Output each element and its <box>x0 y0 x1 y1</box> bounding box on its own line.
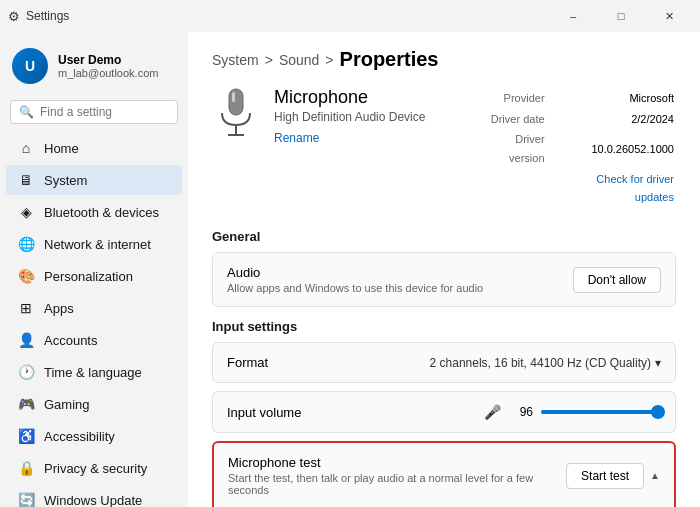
sidebar-item-accounts[interactable]: 👤 Accounts <box>6 325 182 355</box>
accessibility-icon: ♿ <box>18 428 34 444</box>
volume-slider[interactable] <box>541 410 661 414</box>
volume-row: Input volume 🎤 96 <box>212 391 676 433</box>
mic-test-desc: Start the test, then talk or play audio … <box>228 472 566 496</box>
sidebar-item-apps[interactable]: ⊞ Apps <box>6 293 182 323</box>
sidebar-item-label: Accessibility <box>44 429 115 444</box>
device-name: Microphone <box>274 87 475 108</box>
home-icon: ⌂ <box>18 140 34 156</box>
sidebar-item-privacy[interactable]: 🔒 Privacy & security <box>6 453 182 483</box>
sidebar-item-label: Home <box>44 141 79 156</box>
sidebar-item-time[interactable]: 🕐 Time & language <box>6 357 182 387</box>
minimize-button[interactable]: – <box>550 0 596 32</box>
driver-table: Provider Microsoft Driver date 2/2/2024 … <box>475 87 676 209</box>
avatar: U <box>12 48 48 84</box>
breadcrumb-system: System <box>212 52 259 68</box>
bluetooth-icon: ◈ <box>18 204 34 220</box>
network-icon: 🌐 <box>18 236 34 252</box>
chevron-up-icon[interactable]: ▲ <box>650 470 660 481</box>
sidebar-item-bluetooth[interactable]: ◈ Bluetooth & devices <box>6 197 182 227</box>
sidebar-item-windows-update[interactable]: 🔄 Windows Update <box>6 485 182 507</box>
mic-test-label: Microphone test <box>228 455 566 470</box>
driver-version-value: 10.0.26052.1000 <box>555 130 674 167</box>
system-icon: 🖥 <box>18 172 34 188</box>
sidebar-item-personalization[interactable]: 🎨 Personalization <box>6 261 182 291</box>
device-icon <box>212 87 260 147</box>
settings-icon: ⚙ <box>8 9 20 24</box>
breadcrumb-sep2: > <box>325 52 333 68</box>
user-name: User Demo <box>58 53 158 67</box>
format-select[interactable]: 2 channels, 16 bit, 44100 Hz (CD Quality… <box>430 356 661 370</box>
svg-rect-3 <box>232 92 235 102</box>
sidebar-item-system[interactable]: 🖥 System <box>6 165 182 195</box>
volume-label: Input volume <box>227 405 484 420</box>
main-content: System > Sound > Properties Microphone H… <box>188 32 700 507</box>
breadcrumb-sound: Sound <box>279 52 319 68</box>
search-box[interactable]: 🔍 <box>10 100 178 124</box>
sidebar-item-label: Windows Update <box>44 493 142 508</box>
user-email: m_lab@outlook.com <box>58 67 158 79</box>
sidebar-item-gaming[interactable]: 🎮 Gaming <box>6 389 182 419</box>
format-label: Format <box>227 355 430 370</box>
breadcrumb-properties: Properties <box>340 48 439 71</box>
sidebar-item-label: Apps <box>44 301 74 316</box>
update-icon: 🔄 <box>18 492 34 507</box>
driver-version-label: Driver version <box>477 130 553 167</box>
sidebar-item-label: Network & internet <box>44 237 151 252</box>
svg-rect-0 <box>229 89 243 115</box>
audio-desc: Allow apps and Windows to use this devic… <box>227 282 563 294</box>
gaming-icon: 🎮 <box>18 396 34 412</box>
sidebar-item-label: Time & language <box>44 365 142 380</box>
sidebar-item-accessibility[interactable]: ♿ Accessibility <box>6 421 182 451</box>
input-section-title: Input settings <box>212 319 676 334</box>
sidebar-item-label: Gaming <box>44 397 90 412</box>
search-input[interactable] <box>40 105 169 119</box>
close-button[interactable]: ✕ <box>646 0 692 32</box>
sidebar-item-network[interactable]: 🌐 Network & internet <box>6 229 182 259</box>
breadcrumb: System > Sound > Properties <box>212 48 676 71</box>
volume-fill <box>541 410 656 414</box>
personalization-icon: 🎨 <box>18 268 34 284</box>
privacy-icon: 🔒 <box>18 460 34 476</box>
time-icon: 🕐 <box>18 364 34 380</box>
maximize-button[interactable]: □ <box>598 0 644 32</box>
volume-number: 96 <box>509 405 533 419</box>
check-driver-link[interactable]: Check for driver updates <box>596 173 674 204</box>
microphone-test-card: Microphone test Start the test, then tal… <box>212 441 676 507</box>
device-info: Microphone High Definition Audio Device … <box>274 87 475 146</box>
audio-card: Audio Allow apps and Windows to use this… <box>212 252 676 307</box>
chevron-down-icon: ▾ <box>655 356 661 370</box>
driver-date-label: Driver date <box>477 110 553 129</box>
format-value: 2 channels, 16 bit, 44100 Hz (CD Quality… <box>430 356 651 370</box>
general-section-title: General <box>212 229 676 244</box>
device-header: Microphone High Definition Audio Device … <box>212 87 676 209</box>
accounts-icon: 👤 <box>18 332 34 348</box>
mic-icon: 🎤 <box>484 404 501 420</box>
sidebar-item-label: System <box>44 173 87 188</box>
start-test-button[interactable]: Start test <box>566 463 644 489</box>
sidebar-item-label: Bluetooth & devices <box>44 205 159 220</box>
volume-thumb <box>651 405 665 419</box>
sidebar-item-label: Personalization <box>44 269 133 284</box>
user-profile: U User Demo m_lab@outlook.com <box>0 40 188 96</box>
audio-label: Audio <box>227 265 563 280</box>
provider-label: Provider <box>477 89 553 108</box>
dont-allow-button[interactable]: Don't allow <box>573 267 661 293</box>
breadcrumb-sep1: > <box>265 52 273 68</box>
sidebar-item-label: Accounts <box>44 333 97 348</box>
driver-date-value: 2/2/2024 <box>555 110 674 129</box>
device-type: High Definition Audio Device <box>274 110 475 124</box>
sidebar: U User Demo m_lab@outlook.com 🔍 ⌂ Home 🖥… <box>0 32 188 507</box>
microphone-svg <box>216 87 256 147</box>
sidebar-item-label: Privacy & security <box>44 461 147 476</box>
search-icon: 🔍 <box>19 105 34 119</box>
sidebar-item-home[interactable]: ⌂ Home <box>6 133 182 163</box>
apps-icon: ⊞ <box>18 300 34 316</box>
mic-test-row: Microphone test Start the test, then tal… <box>214 443 674 507</box>
format-row: Format 2 channels, 16 bit, 44100 Hz (CD … <box>212 342 676 383</box>
rename-link[interactable]: Rename <box>274 131 319 145</box>
app-title: Settings <box>26 9 69 23</box>
provider-value: Microsoft <box>555 89 674 108</box>
title-bar: ⚙ Settings – □ ✕ <box>0 0 700 32</box>
